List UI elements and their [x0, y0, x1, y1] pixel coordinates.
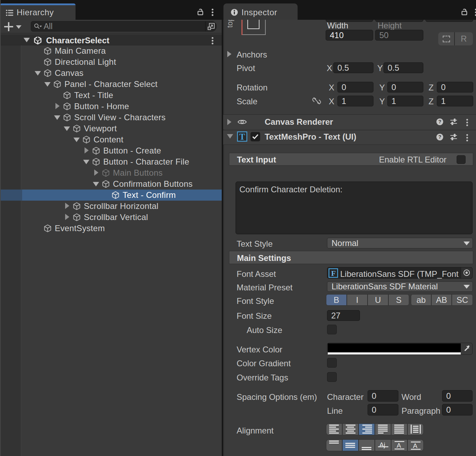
svg-text:A: A: [397, 442, 401, 449]
svg-text:A: A: [413, 442, 417, 449]
svg-text:Aj: Aj: [379, 441, 385, 448]
